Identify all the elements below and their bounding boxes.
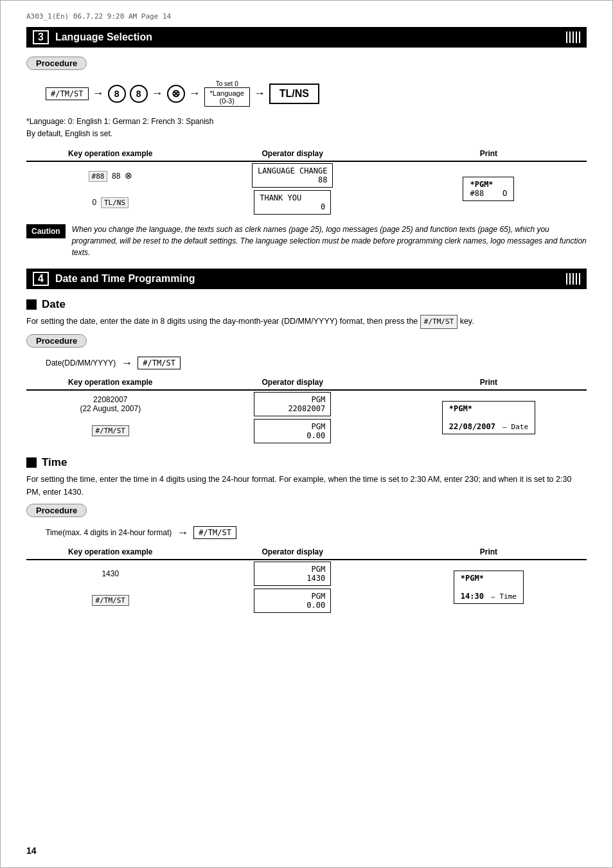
time-display-box-1: PGM 1430 [254, 562, 331, 586]
caution-badge: Caution [26, 224, 66, 238]
arrow2: → [152, 87, 163, 100]
date-flow-label: Date(DD/MM/YYYY) [46, 359, 116, 368]
time-key-op-2: #/TM/ST [26, 587, 195, 614]
section4-header: 4 Date and Time Programming [26, 269, 587, 289]
page: A303_1(En) 06.7.22 9:20 AM Page 14 3 Lan… [0, 0, 613, 868]
date-subsection-title: Date [26, 298, 587, 311]
date-print-cell: *PGM* 22/08/2007 — Date [391, 390, 587, 445]
section3-header: 3 Language Selection [26, 27, 587, 48]
caution-text: When you change the language, the texts … [72, 224, 587, 258]
col-disp-header: Operator display [195, 146, 391, 161]
display-1: LANGUAGE CHANGE 88 [195, 161, 391, 189]
time-display-1: PGM 1430 [195, 560, 391, 587]
table-row: 22082007 (22 August, 2007) PGM 22082007 … [26, 390, 587, 418]
date-display-2: PGM 0.00 [195, 418, 391, 445]
arrow4: → [254, 87, 265, 100]
caution-block: Caution When you change the language, th… [26, 224, 587, 258]
date-display-box-1: PGM 22082007 [254, 392, 331, 416]
time-op-table: Key operation example Operator display P… [26, 545, 587, 614]
time-print-cell: *PGM* 14:30 — Time [391, 560, 587, 614]
date-print-receipt: *PGM* 22/08/2007 — Date [442, 401, 535, 434]
key-tmst-date-flow: #/TM/ST [138, 357, 181, 369]
col-key-header: Key operation example [26, 146, 195, 161]
arrow-time: → [177, 526, 188, 540]
print-receipt-1: *PGM* #88 O [463, 177, 514, 201]
key-tmst-time2: #/TM/ST [92, 595, 129, 606]
time-title: Time [42, 456, 67, 469]
key-tmst-desc: #/TM/ST [420, 315, 458, 329]
section3-number: 3 [33, 30, 49, 44]
date-flow: Date(DD/MM/YYYY) → #/TM/ST [46, 357, 587, 370]
procedure-badge-time: Procedure [26, 504, 87, 517]
key-op-1: #88 88 ⊗ [26, 161, 195, 189]
date-desc: For setting the date, enter the date in … [26, 315, 587, 329]
time-col-disp: Operator display [195, 545, 391, 560]
date-col-key: Key operation example [26, 375, 195, 390]
date-title: Date [42, 298, 66, 311]
arrow1: → [93, 87, 104, 100]
black-square-time [26, 457, 37, 468]
circle-8b: 8 [130, 85, 148, 103]
date-key-op-1: 22082007 (22 August, 2007) [26, 390, 195, 418]
key-tmst-date2: #/TM/ST [92, 425, 129, 436]
date-col-disp: Operator display [195, 375, 391, 390]
x-circle-lang: ⊗ [167, 85, 185, 103]
tlns-key: TL/NS [269, 84, 319, 104]
time-flow: Time(max. 4 digits in 24-hour format) → … [46, 526, 587, 540]
section3-title: Language Selection [55, 31, 152, 43]
date-op-table: Key operation example Operator display P… [26, 375, 587, 445]
date-key-op-2: #/TM/ST [26, 418, 195, 445]
circle-8a: 8 [108, 85, 126, 103]
time-subsection-title: Time [26, 456, 587, 469]
time-col-print: Print [391, 545, 587, 560]
arrow3: → [189, 87, 200, 100]
lang-flow: #/TM/ST → 8 8 → ⊗ → To set 0 *Language (… [46, 80, 319, 107]
procedure-badge-date: Procedure [26, 334, 87, 348]
time-display-box-2: PGM 0.00 [254, 589, 331, 613]
section4-number: 4 [33, 272, 49, 286]
key-op-2: 0 TL/NS [26, 189, 195, 216]
to-set-label: To set 0 [216, 80, 238, 87]
time-col-key: Key operation example [26, 545, 195, 560]
section4-decoration [566, 273, 580, 285]
display-box-1: LANGUAGE CHANGE 88 [252, 163, 333, 188]
tlns-small: TL/NS [101, 197, 129, 208]
param-language: *Language (0-3) [204, 87, 250, 107]
x-symbol-small: ⊗ [125, 170, 132, 181]
lang-op-table: Key operation example Operator display P… [26, 146, 587, 216]
arrow-date: → [121, 357, 132, 370]
table-row: #88 88 ⊗ LANGUAGE CHANGE 88 *PGM* #88 O [26, 161, 587, 189]
key-tmst-small: #88 [89, 171, 108, 182]
col-print-header: Print [391, 146, 587, 161]
time-key-op-1: 1430 [26, 560, 195, 587]
table-row: 1430 PGM 1430 *PGM* 14:30 — Time [26, 560, 587, 587]
time-print-receipt: *PGM* 14:30 — Time [454, 571, 524, 604]
time-desc: For setting the time, enter the time in … [26, 473, 587, 499]
section4-title: Date and Time Programming [55, 273, 195, 285]
display-box-2: THANK YOU 0 [254, 190, 331, 215]
lang-note: *Language: 0: English 1: German 2: Frenc… [26, 116, 587, 140]
time-display-2: PGM 0.00 [195, 587, 391, 614]
date-display-1: PGM 22082007 [195, 390, 391, 418]
page-number: 14 [26, 846, 37, 856]
key-tmst-lang: #/TM/ST [46, 87, 89, 100]
date-col-print: Print [391, 375, 587, 390]
procedure-badge-lang: Procedure [26, 57, 87, 70]
display-2: THANK YOU 0 [195, 189, 391, 216]
time-flow-label: Time(max. 4 digits in 24-hour format) [46, 528, 172, 537]
key-tmst-time-flow: #/TM/ST [193, 526, 236, 539]
print-cell-1: *PGM* #88 O [391, 161, 587, 216]
date-display-box-2: PGM 0.00 [254, 419, 331, 443]
black-square-date [26, 299, 37, 310]
page-header: A303_1(En) 06.7.22 9:20 AM Page 14 [26, 12, 587, 21]
section3-decoration [566, 31, 580, 43]
